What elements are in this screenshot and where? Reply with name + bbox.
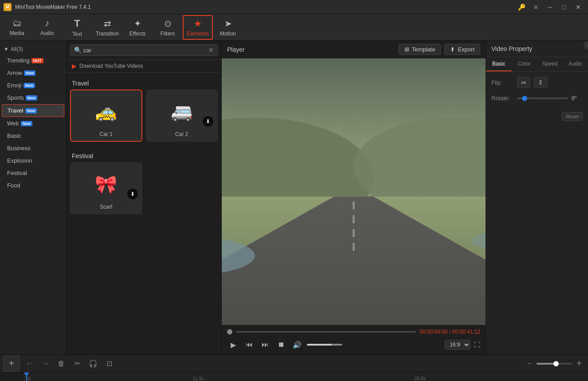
toolbar-effects[interactable]: ✦ Effects (122, 15, 153, 40)
sidebar-item-business[interactable]: Business (2, 142, 64, 154)
sidebar-item-travel[interactable]: Travel New (2, 104, 64, 117)
tab-color[interactable]: Color (512, 57, 537, 71)
timeline-track-icons: ⬛ ♫ (0, 373, 24, 381)
toolbar-media[interactable]: 🗂 Media (2, 15, 32, 40)
sidebar-item-explosion[interactable]: Explosion (2, 155, 64, 167)
sidebar-item-festival[interactable]: Festival (2, 167, 64, 179)
player-area: Player ⊞ Template ⬆ Export (222, 41, 486, 354)
reset-button[interactable]: Reset (562, 112, 583, 121)
split-button[interactable]: ✂ (71, 358, 83, 370)
sidebar-item-emoji[interactable]: Emoji New (2, 79, 64, 91)
playhead-head (24, 373, 29, 376)
toolbar-filters[interactable]: ⊙ Filters (153, 15, 183, 40)
redo-button[interactable]: ↪ (39, 358, 51, 370)
controls-right: 16:9 4:3 1:1 ⛶ (445, 340, 480, 350)
delete-button[interactable]: 🗑 (55, 358, 67, 370)
sidebar-arrow-label: Arrow (7, 70, 22, 76)
crop-button[interactable]: ⊡ (103, 358, 115, 370)
volume-slider[interactable] (307, 344, 342, 346)
sidebar-item-sports[interactable]: Sports New (2, 92, 64, 104)
export-button[interactable]: ⬆ Export (444, 44, 480, 55)
volume-button[interactable]: 🔊 (291, 338, 303, 351)
zoom-slider-thumb (553, 361, 559, 366)
close-button[interactable]: ✕ (572, 2, 584, 12)
zoom-slider[interactable] (537, 363, 572, 365)
progress-handle[interactable] (227, 329, 232, 334)
element-car1[interactable]: 🚕 Car 1 (70, 89, 142, 142)
audio-detach-button[interactable]: 🎧 (87, 358, 99, 370)
search-input[interactable] (83, 47, 207, 54)
video-track-icon[interactable]: ⬛ (0, 373, 24, 381)
template-button[interactable]: ⊞ Template (399, 44, 441, 55)
car1-thumb: 🚕 (74, 94, 138, 129)
add-media-button[interactable]: + (4, 356, 20, 372)
element-car2[interactable]: 🚐 Car 2 ⬇ (146, 89, 218, 142)
elements-panel: 🔍 ✕ ▶ Download YouTube Videos Travel 🚕 C… (67, 41, 222, 354)
stop-button[interactable]: ⏹ (275, 338, 287, 351)
key-button[interactable]: 🔑 (515, 2, 528, 12)
flip-label: Flip: (491, 79, 514, 86)
toolbar-transition[interactable]: ⇄ Transition (92, 15, 122, 40)
aspect-ratio-select[interactable]: 16:9 4:3 1:1 (445, 340, 470, 350)
rotate-slider[interactable] (517, 97, 568, 99)
element-scarf[interactable]: 🎀 Scarf ⬇ (70, 162, 142, 214)
zoom-out-button[interactable]: − (524, 358, 535, 369)
sidebar-item-trending[interactable]: Trending HOT (2, 54, 64, 66)
sidebar-web-label: Web (7, 120, 19, 127)
toolbar-text[interactable]: T Text (62, 15, 92, 40)
fullscreen-button[interactable]: ⛶ (474, 341, 480, 348)
tab-audio[interactable]: Audio (563, 57, 588, 71)
download-youtube-label: Download YouTube Videos (79, 63, 143, 69)
toolbar-audio[interactable]: ♪ Audio (32, 15, 62, 40)
toolbar-motion[interactable]: ➤ Motion (213, 15, 243, 40)
sidebar-section-all[interactable]: ▼ All(3) (0, 44, 66, 54)
tab-basic[interactable]: Basic (486, 57, 512, 71)
timeline-content: ⬛ ♫ 0s 11.5s 26.5s (0, 373, 588, 381)
menu-button[interactable]: ≡ (529, 2, 542, 12)
car1-label: Car 1 (100, 131, 113, 137)
sidebar-item-food[interactable]: Food (2, 179, 64, 191)
sidebar: ▼ All(3) Trending HOT Arrow New Emoji Ne… (0, 41, 67, 354)
property-content: Flip: ⇔ ⇕ Rotate: 0° Reset (486, 72, 588, 126)
maximize-button[interactable]: □ (558, 2, 570, 12)
clear-search-button[interactable]: ✕ (208, 47, 214, 54)
video-preview (222, 58, 486, 325)
next-frame-button[interactable]: ⏭ (259, 338, 271, 351)
flip-buttons: ⇔ ⇕ (517, 77, 547, 88)
sidebar-festival-label: Festival (7, 170, 27, 176)
sidebar-item-basic[interactable]: Basic (2, 130, 64, 142)
media-icon: 🗂 (12, 18, 21, 28)
zoom-in-button[interactable]: + (574, 358, 584, 369)
playhead[interactable] (26, 373, 27, 381)
template-icon: ⊞ (404, 46, 409, 53)
ruler-mark-26s: 26.5s (415, 376, 425, 381)
sidebar-food-label: Food (7, 182, 20, 189)
sidebar-travel-label: Travel (8, 107, 24, 114)
toolbar-elements[interactable]: ★ Elements (183, 15, 213, 40)
minimize-button[interactable]: ─ (544, 2, 556, 12)
progress-bar-wrapper: 00:00:00:00 / 00:00:41:12 (227, 329, 480, 335)
sidebar-business-label: Business (7, 145, 31, 152)
prev-frame-button[interactable]: ⏮ (243, 338, 255, 351)
sidebar-travel-badge: New (25, 108, 37, 113)
download-youtube-button[interactable]: ▶ Download YouTube Videos (67, 60, 221, 73)
progress-track[interactable] (236, 331, 416, 333)
sidebar-item-arrow[interactable]: Arrow New (2, 67, 64, 79)
transition-icon: ⇄ (104, 18, 111, 29)
section-title-festival: Festival (70, 149, 218, 162)
scarf-download-icon[interactable]: ⬇ (127, 189, 138, 199)
sidebar-item-web[interactable]: Web New (2, 117, 64, 129)
play-button[interactable]: ▶ (227, 338, 239, 351)
export-icon: ⬆ (450, 46, 455, 53)
undo-button[interactable]: ↩ (23, 358, 35, 370)
timeline-ruler: 0s 11.5s 26.5s (24, 373, 588, 381)
flip-horizontal-button[interactable]: ⇔ (517, 77, 530, 88)
sidebar-all-label: All(3) (11, 46, 23, 52)
flip-vertical-button[interactable]: ⇕ (534, 77, 547, 88)
tab-speed[interactable]: Speed (537, 57, 563, 71)
section-title-travel: Travel (70, 76, 218, 89)
player-controls: 00:00:00:00 / 00:00:41:12 ▶ ⏮ ⏭ ⏹ 🔊 (222, 325, 486, 354)
main-toolbar: 🗂 Media ♪ Audio T Text ⇄ Transition ✦ Ef… (0, 14, 588, 41)
travel-grid: 🚕 Car 1 🚐 Car 2 ⬇ (70, 89, 218, 142)
car2-download-icon[interactable]: ⬇ (203, 116, 213, 127)
